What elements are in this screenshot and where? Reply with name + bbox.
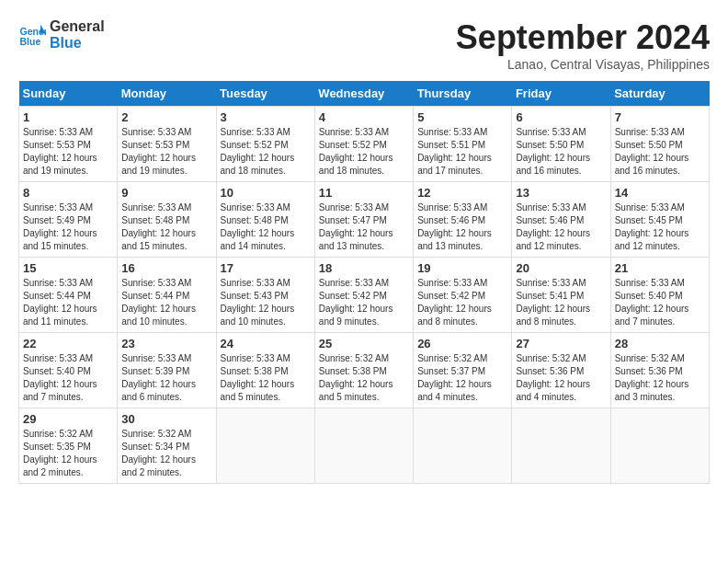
- day-number: 6: [516, 110, 606, 124]
- day-number: 23: [121, 337, 211, 350]
- calendar-week-row: 22 Sunrise: 5:33 AMSunset: 5:40 PMDaylig…: [19, 333, 710, 408]
- day-info: Sunrise: 5:33 AMSunset: 5:45 PMDaylight:…: [615, 202, 689, 251]
- calendar-week-row: 15 Sunrise: 5:33 AMSunset: 5:44 PMDaylig…: [19, 258, 710, 333]
- calendar-day-cell: 26 Sunrise: 5:32 AMSunset: 5:37 PMDaylig…: [414, 333, 512, 408]
- weekday-header: Tuesday: [216, 81, 314, 107]
- calendar-day-cell: 16 Sunrise: 5:33 AMSunset: 5:44 PMDaylig…: [118, 258, 216, 333]
- title-block: September 2024 Lanao, Central Visayas, P…: [456, 18, 710, 72]
- logo-icon: General Blue: [18, 21, 46, 49]
- day-info: Sunrise: 5:33 AMSunset: 5:48 PMDaylight:…: [121, 202, 196, 251]
- day-info: Sunrise: 5:33 AMSunset: 5:53 PMDaylight:…: [23, 127, 97, 176]
- calendar-day-cell: 25 Sunrise: 5:32 AMSunset: 5:38 PMDaylig…: [314, 333, 413, 408]
- calendar-day-cell: 14 Sunrise: 5:33 AMSunset: 5:45 PMDaylig…: [610, 182, 709, 258]
- calendar-day-cell: 4 Sunrise: 5:33 AMSunset: 5:52 PMDayligh…: [314, 107, 413, 182]
- logo: General Blue General Blue: [18, 18, 105, 51]
- calendar-day-cell: 6 Sunrise: 5:33 AMSunset: 5:50 PMDayligh…: [512, 107, 610, 182]
- calendar-day-cell: [610, 408, 709, 484]
- day-info: Sunrise: 5:33 AMSunset: 5:47 PMDaylight:…: [319, 202, 393, 251]
- calendar-day-cell: 30 Sunrise: 5:32 AMSunset: 5:34 PMDaylig…: [118, 408, 216, 484]
- day-number: 12: [417, 186, 507, 200]
- day-number: 19: [417, 261, 507, 275]
- calendar-day-cell: 22 Sunrise: 5:33 AMSunset: 5:40 PMDaylig…: [19, 333, 118, 408]
- day-info: Sunrise: 5:33 AMSunset: 5:40 PMDaylight:…: [23, 353, 97, 402]
- calendar-week-row: 29 Sunrise: 5:32 AMSunset: 5:35 PMDaylig…: [19, 408, 710, 484]
- day-info: Sunrise: 5:33 AMSunset: 5:50 PMDaylight:…: [615, 127, 689, 176]
- calendar-day-cell: 7 Sunrise: 5:33 AMSunset: 5:50 PMDayligh…: [610, 107, 709, 182]
- day-info: Sunrise: 5:33 AMSunset: 5:51 PMDaylight:…: [417, 127, 492, 176]
- calendar-day-cell: 28 Sunrise: 5:32 AMSunset: 5:36 PMDaylig…: [610, 333, 709, 408]
- calendar-day-cell: 24 Sunrise: 5:33 AMSunset: 5:38 PMDaylig…: [216, 333, 314, 408]
- calendar-day-cell: 11 Sunrise: 5:33 AMSunset: 5:47 PMDaylig…: [314, 182, 413, 258]
- day-info: Sunrise: 5:32 AMSunset: 5:35 PMDaylight:…: [23, 429, 97, 477]
- page-header: General Blue General Blue September 2024…: [18, 18, 710, 72]
- calendar-day-cell: 12 Sunrise: 5:33 AMSunset: 5:46 PMDaylig…: [414, 182, 512, 258]
- logo-line1: General: [50, 18, 105, 35]
- day-info: Sunrise: 5:32 AMSunset: 5:34 PMDaylight:…: [121, 429, 196, 477]
- calendar-day-cell: 20 Sunrise: 5:33 AMSunset: 5:41 PMDaylig…: [512, 258, 610, 333]
- day-info: Sunrise: 5:32 AMSunset: 5:38 PMDaylight:…: [319, 353, 393, 402]
- svg-text:Blue: Blue: [20, 35, 41, 46]
- day-info: Sunrise: 5:33 AMSunset: 5:42 PMDaylight:…: [319, 278, 393, 327]
- day-info: Sunrise: 5:33 AMSunset: 5:43 PMDaylight:…: [221, 278, 295, 327]
- day-info: Sunrise: 5:33 AMSunset: 5:50 PMDaylight:…: [516, 127, 590, 176]
- day-info: Sunrise: 5:33 AMSunset: 5:46 PMDaylight:…: [516, 202, 590, 251]
- weekday-header: Friday: [512, 81, 610, 107]
- day-number: 16: [121, 261, 211, 275]
- calendar-day-cell: 3 Sunrise: 5:33 AMSunset: 5:52 PMDayligh…: [216, 107, 314, 182]
- calendar-day-cell: [414, 408, 512, 484]
- day-info: Sunrise: 5:33 AMSunset: 5:52 PMDaylight:…: [221, 127, 295, 176]
- day-number: 25: [319, 337, 409, 350]
- day-number: 20: [516, 261, 606, 275]
- day-info: Sunrise: 5:33 AMSunset: 5:38 PMDaylight:…: [221, 353, 295, 402]
- calendar-table: SundayMondayTuesdayWednesdayThursdayFrid…: [18, 81, 710, 484]
- day-info: Sunrise: 5:33 AMSunset: 5:41 PMDaylight:…: [516, 278, 590, 327]
- calendar-day-cell: [314, 408, 413, 484]
- calendar-day-cell: 29 Sunrise: 5:32 AMSunset: 5:35 PMDaylig…: [19, 408, 118, 484]
- weekday-header: Thursday: [414, 81, 512, 107]
- day-number: 24: [221, 337, 311, 350]
- day-info: Sunrise: 5:32 AMSunset: 5:37 PMDaylight:…: [417, 353, 492, 402]
- calendar-day-cell: 1 Sunrise: 5:33 AMSunset: 5:53 PMDayligh…: [19, 107, 118, 182]
- calendar-day-cell: 21 Sunrise: 5:33 AMSunset: 5:40 PMDaylig…: [610, 258, 709, 333]
- calendar-day-cell: 5 Sunrise: 5:33 AMSunset: 5:51 PMDayligh…: [414, 107, 512, 182]
- calendar-day-cell: 8 Sunrise: 5:33 AMSunset: 5:49 PMDayligh…: [19, 182, 118, 258]
- day-number: 22: [23, 337, 113, 350]
- day-info: Sunrise: 5:33 AMSunset: 5:52 PMDaylight:…: [319, 127, 393, 176]
- calendar-day-cell: 10 Sunrise: 5:33 AMSunset: 5:48 PMDaylig…: [216, 182, 314, 258]
- day-info: Sunrise: 5:33 AMSunset: 5:53 PMDaylight:…: [121, 127, 196, 176]
- day-number: 29: [23, 412, 113, 426]
- calendar-day-cell: 13 Sunrise: 5:33 AMSunset: 5:46 PMDaylig…: [512, 182, 610, 258]
- calendar-week-row: 1 Sunrise: 5:33 AMSunset: 5:53 PMDayligh…: [19, 107, 710, 182]
- day-number: 18: [319, 261, 409, 275]
- calendar-day-cell: 17 Sunrise: 5:33 AMSunset: 5:43 PMDaylig…: [216, 258, 314, 333]
- day-info: Sunrise: 5:33 AMSunset: 5:42 PMDaylight:…: [417, 278, 492, 327]
- day-info: Sunrise: 5:33 AMSunset: 5:44 PMDaylight:…: [121, 278, 196, 327]
- day-number: 21: [615, 261, 705, 275]
- calendar-day-cell: 19 Sunrise: 5:33 AMSunset: 5:42 PMDaylig…: [414, 258, 512, 333]
- calendar-day-cell: 27 Sunrise: 5:32 AMSunset: 5:36 PMDaylig…: [512, 333, 610, 408]
- day-number: 1: [23, 110, 113, 124]
- day-number: 26: [417, 337, 507, 350]
- day-number: 27: [516, 337, 606, 350]
- calendar-day-cell: 2 Sunrise: 5:33 AMSunset: 5:53 PMDayligh…: [118, 107, 216, 182]
- weekday-header: Wednesday: [314, 81, 413, 107]
- location-subtitle: Lanao, Central Visayas, Philippines: [456, 57, 710, 72]
- day-number: 2: [121, 110, 211, 124]
- calendar-day-cell: 18 Sunrise: 5:33 AMSunset: 5:42 PMDaylig…: [314, 258, 413, 333]
- day-number: 5: [417, 110, 507, 124]
- logo-line2: Blue: [50, 35, 105, 52]
- day-number: 13: [516, 186, 606, 200]
- day-info: Sunrise: 5:33 AMSunset: 5:39 PMDaylight:…: [121, 353, 196, 402]
- day-number: 11: [319, 186, 409, 200]
- day-info: Sunrise: 5:32 AMSunset: 5:36 PMDaylight:…: [615, 353, 689, 402]
- weekday-header: Sunday: [19, 81, 118, 107]
- day-info: Sunrise: 5:33 AMSunset: 5:46 PMDaylight:…: [417, 202, 492, 251]
- day-number: 9: [121, 186, 211, 200]
- calendar-day-cell: 9 Sunrise: 5:33 AMSunset: 5:48 PMDayligh…: [118, 182, 216, 258]
- day-number: 3: [221, 110, 311, 124]
- month-title: September 2024: [456, 18, 710, 57]
- day-info: Sunrise: 5:32 AMSunset: 5:36 PMDaylight:…: [516, 353, 590, 402]
- day-number: 8: [23, 186, 113, 200]
- calendar-day-cell: [512, 408, 610, 484]
- weekday-header: Saturday: [610, 81, 709, 107]
